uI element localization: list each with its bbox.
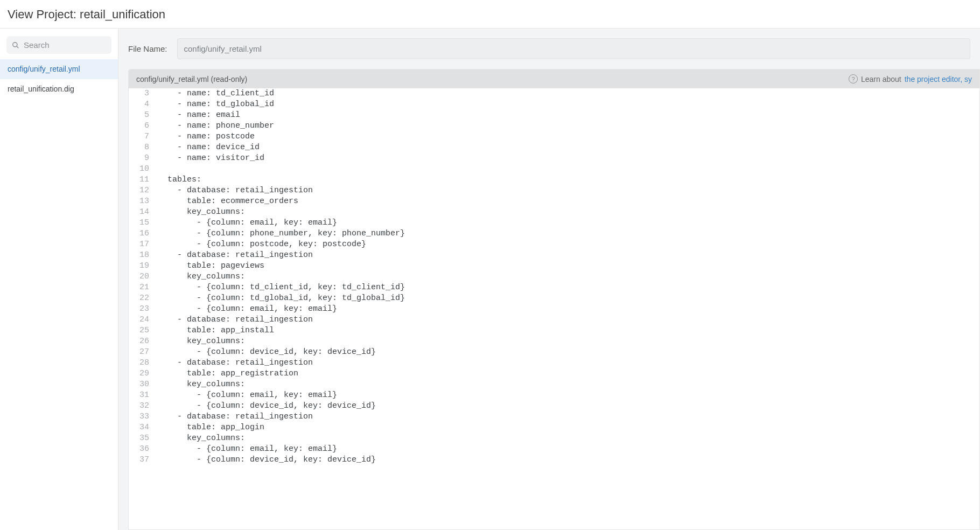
code-line[interactable]: key_columns: bbox=[155, 271, 245, 282]
line-number: 15 bbox=[129, 218, 155, 228]
line-number: 21 bbox=[129, 282, 155, 293]
line-number: 17 bbox=[129, 239, 155, 250]
help-icon[interactable]: ? bbox=[849, 74, 858, 83]
code-line[interactable]: table: ecommerce_orders bbox=[155, 196, 298, 207]
line-number: 30 bbox=[129, 379, 155, 390]
code-line[interactable]: - name: td_global_id bbox=[155, 99, 274, 110]
code-area[interactable]: 3 - name: td_client_id4 - name: td_globa… bbox=[129, 88, 979, 529]
code-line[interactable]: - {column: postcode, key: postcode} bbox=[155, 239, 366, 250]
code-line[interactable]: - database: retail_ingestion bbox=[155, 412, 313, 422]
code-line[interactable]: table: app_login bbox=[155, 422, 264, 433]
code-line[interactable] bbox=[155, 164, 158, 175]
code-row: 19 table: pageviews bbox=[129, 261, 979, 271]
line-number: 12 bbox=[129, 185, 155, 196]
code-line[interactable]: - {column: email, key: email} bbox=[155, 218, 337, 228]
svg-line-1 bbox=[17, 46, 18, 48]
filename-input[interactable] bbox=[177, 38, 970, 59]
filename-row: File Name: bbox=[128, 38, 980, 59]
line-number: 11 bbox=[129, 175, 155, 185]
code-row: 26 key_columns: bbox=[129, 336, 979, 347]
code-line[interactable]: - {column: phone_number, key: phone_numb… bbox=[155, 228, 405, 239]
line-number: 26 bbox=[129, 336, 155, 347]
code-line[interactable]: - {column: td_client_id, key: td_client_… bbox=[155, 282, 405, 293]
code-line[interactable]: - name: device_id bbox=[155, 142, 260, 153]
file-item[interactable]: config/unify_retail.yml bbox=[0, 59, 118, 79]
code-row: 9 - name: visitor_id bbox=[129, 153, 979, 164]
code-line[interactable]: table: pageviews bbox=[155, 261, 264, 271]
code-row: 6 - name: phone_number bbox=[129, 121, 979, 131]
line-number: 31 bbox=[129, 390, 155, 401]
page-title: View Project: retail_unification bbox=[8, 8, 972, 22]
line-number: 19 bbox=[129, 261, 155, 271]
file-item[interactable]: retail_unification.dig bbox=[0, 79, 118, 99]
line-number: 8 bbox=[129, 142, 155, 153]
code-row: 15 - {column: email, key: email} bbox=[129, 218, 979, 228]
line-number: 24 bbox=[129, 315, 155, 325]
code-line[interactable]: - database: retail_ingestion bbox=[155, 315, 313, 325]
code-line[interactable]: key_columns: bbox=[155, 379, 245, 390]
search-icon bbox=[12, 41, 19, 49]
line-number: 22 bbox=[129, 293, 155, 304]
code-row: 31 - {column: email, key: email} bbox=[129, 390, 979, 401]
line-number: 20 bbox=[129, 271, 155, 282]
code-row: 5 - name: email bbox=[129, 110, 979, 121]
code-row: 20 key_columns: bbox=[129, 271, 979, 282]
line-number: 16 bbox=[129, 228, 155, 239]
code-row: 21 - {column: td_client_id, key: td_clie… bbox=[129, 282, 979, 293]
code-row: 23 - {column: email, key: email} bbox=[129, 304, 979, 315]
code-line[interactable]: - {column: email, key: email} bbox=[155, 390, 337, 401]
code-line[interactable]: - {column: device_id, key: device_id} bbox=[155, 401, 376, 412]
code-line[interactable]: - database: retail_ingestion bbox=[155, 358, 313, 368]
code-line[interactable]: - name: visitor_id bbox=[155, 153, 264, 164]
code-row: 14 key_columns: bbox=[129, 207, 979, 218]
code-line[interactable]: - name: phone_number bbox=[155, 121, 274, 131]
file-list: config/unify_retail.ymlretail_unificatio… bbox=[0, 59, 118, 99]
code-row: 16 - {column: phone_number, key: phone_n… bbox=[129, 228, 979, 239]
code-line[interactable]: key_columns: bbox=[155, 336, 245, 347]
line-number: 5 bbox=[129, 110, 155, 121]
line-number: 25 bbox=[129, 325, 155, 336]
line-number: 3 bbox=[129, 88, 155, 99]
code-line[interactable]: key_columns: bbox=[155, 433, 245, 444]
code-row: 22 - {column: td_global_id, key: td_glob… bbox=[129, 293, 979, 304]
code-line[interactable]: table: app_install bbox=[155, 325, 274, 336]
line-number: 33 bbox=[129, 412, 155, 422]
search-box[interactable] bbox=[6, 36, 111, 54]
code-line[interactable]: - {column: device_id, key: device_id} bbox=[155, 455, 376, 465]
code-line[interactable]: - {column: device_id, key: device_id} bbox=[155, 347, 376, 358]
code-line[interactable]: key_columns: bbox=[155, 207, 245, 218]
line-number: 9 bbox=[129, 153, 155, 164]
editor-panel: config/unify_retail.yml (read-only) ? Le… bbox=[128, 69, 980, 530]
line-number: 35 bbox=[129, 433, 155, 444]
code-line[interactable]: - name: postcode bbox=[155, 131, 255, 142]
line-number: 34 bbox=[129, 422, 155, 433]
line-number: 4 bbox=[129, 99, 155, 110]
filename-label: File Name: bbox=[128, 44, 167, 53]
code-row: 30 key_columns: bbox=[129, 379, 979, 390]
line-number: 36 bbox=[129, 444, 155, 455]
code-line[interactable]: - name: td_client_id bbox=[155, 88, 274, 99]
code-line[interactable]: - database: retail_ingestion bbox=[155, 185, 313, 196]
code-line[interactable]: tables: bbox=[155, 175, 201, 185]
code-row: 34 table: app_login bbox=[129, 422, 979, 433]
code-line[interactable]: - {column: td_global_id, key: td_global_… bbox=[155, 293, 405, 304]
search-input[interactable] bbox=[24, 40, 106, 50]
code-line[interactable]: table: app_registration bbox=[155, 368, 298, 379]
code-line[interactable]: - name: email bbox=[155, 110, 240, 121]
code-row: 24 - database: retail_ingestion bbox=[129, 315, 979, 325]
main: File Name: config/unify_retail.yml (read… bbox=[118, 29, 980, 530]
learn-prefix: Learn about bbox=[861, 75, 901, 83]
code-line[interactable]: - database: retail_ingestion bbox=[155, 250, 313, 261]
line-number: 29 bbox=[129, 368, 155, 379]
learn-link[interactable]: the project editor, sy bbox=[905, 75, 972, 83]
code-line[interactable]: - {column: email, key: email} bbox=[155, 444, 337, 455]
code-line[interactable]: - {column: email, key: email} bbox=[155, 304, 337, 315]
line-number: 37 bbox=[129, 455, 155, 465]
header: View Project: retail_unification bbox=[0, 0, 980, 29]
code-row: 7 - name: postcode bbox=[129, 131, 979, 142]
code-row: 11 tables: bbox=[129, 175, 979, 185]
code-row: 4 - name: td_global_id bbox=[129, 99, 979, 110]
editor-tabbar: config/unify_retail.yml (read-only) ? Le… bbox=[129, 69, 979, 88]
code-row: 32 - {column: device_id, key: device_id} bbox=[129, 401, 979, 412]
page-root: View Project: retail_unification config/… bbox=[0, 0, 980, 530]
